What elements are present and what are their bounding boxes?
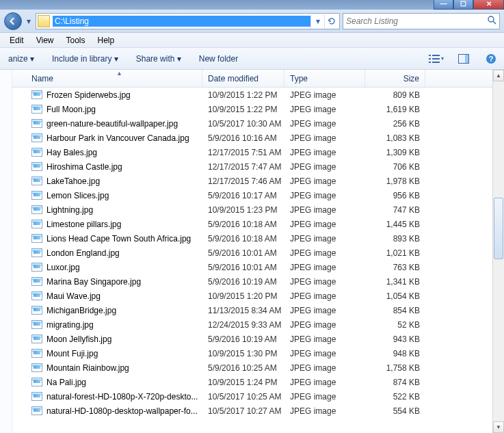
file-row[interactable]: Na Pali.jpg10/9/2015 1:24 PMJPEG image87… — [12, 375, 492, 389]
file-name: Lions Head Cape Town South Africa.jpg — [47, 234, 191, 244]
new-folder-button[interactable]: New folder — [196, 52, 241, 66]
file-row[interactable]: London England.jpg5/9/2016 10:01 AMJPEG … — [12, 246, 492, 260]
file-size: 1,619 KB — [365, 105, 425, 114]
change-view-button[interactable]: ▾ — [429, 51, 444, 66]
file-row[interactable]: Hay Bales.jpg12/17/2015 7:51 AMJPEG imag… — [12, 145, 492, 159]
address-dropdown[interactable]: ▾ — [310, 14, 324, 28]
share-with-button[interactable]: Share with ▾ — [133, 52, 184, 66]
file-size: 874 KB — [365, 378, 425, 387]
file-name: Luxor.jpg — [47, 263, 80, 272]
file-type: JPEG image — [284, 349, 365, 358]
file-name: Harbour Park in Vancouver Canada.jpg — [47, 133, 189, 143]
address-bar[interactable]: C:\Listing ▾ — [36, 13, 340, 29]
file-row[interactable]: Frozen Spiderwebs.jpg10/9/2015 1:22 PMJP… — [12, 88, 492, 102]
search-box[interactable] — [343, 13, 500, 29]
file-date: 5/9/2016 10:01 AM — [202, 263, 284, 272]
file-name: Maui Wave.jpg — [47, 291, 101, 301]
file-type: JPEG image — [284, 363, 365, 373]
column-type[interactable]: Type — [284, 70, 365, 87]
file-size: 763 KB — [365, 263, 425, 272]
svg-rect-4 — [429, 58, 431, 60]
file-type: JPEG image — [284, 277, 365, 287]
file-size: 1,054 KB — [365, 291, 425, 301]
preview-pane-button[interactable] — [456, 51, 471, 66]
address-path[interactable]: C:\Listing — [53, 16, 310, 27]
file-row[interactable]: Harbour Park in Vancouver Canada.jpg5/9/… — [12, 131, 492, 145]
file-size: 1,309 KB — [365, 148, 425, 157]
file-type: JPEG image — [284, 378, 365, 387]
file-date: 5/9/2016 10:19 AM — [202, 334, 284, 344]
back-button[interactable] — [4, 12, 22, 30]
file-date: 5/9/2016 10:19 AM — [202, 277, 284, 287]
svg-point-0 — [488, 16, 494, 22]
command-bar: anize ▾ Include in library ▾ Share with … — [0, 48, 504, 70]
svg-rect-3 — [432, 55, 440, 56]
file-row[interactable]: natural-forest-HD-1080p-X-720p-deskto...… — [12, 389, 492, 404]
minimize-button[interactable]: — — [434, 0, 453, 10]
file-name: Limestone pillars.jpg — [47, 220, 121, 229]
image-file-icon — [31, 248, 42, 257]
content-area: ▲ Name Date modified Type Size Frozen Sp… — [0, 70, 504, 433]
maximize-button[interactable]: ☐ — [453, 0, 473, 10]
image-file-icon — [31, 234, 42, 243]
file-date: 12/17/2015 7:47 AM — [202, 162, 284, 172]
close-button[interactable]: ✕ — [473, 0, 504, 10]
file-date: 10/9/2015 1:23 PM — [202, 205, 284, 215]
image-file-icon — [31, 306, 42, 315]
scroll-up-button[interactable]: ▲ — [493, 70, 504, 81]
refresh-button[interactable] — [324, 14, 338, 28]
help-button[interactable]: ? — [483, 51, 499, 66]
file-row[interactable]: Maui Wave.jpg10/9/2015 1:20 PMJPEG image… — [12, 289, 492, 303]
vertical-scrollbar[interactable]: ▲ ▼ — [492, 70, 504, 433]
file-row[interactable]: Moon Jellyfish.jpg5/9/2016 10:19 AMJPEG … — [12, 332, 492, 346]
arrow-left-icon — [9, 17, 17, 25]
file-row[interactable]: MichiganBridge.jpg11/13/2015 8:34 AMJPEG… — [12, 303, 492, 317]
file-row[interactable]: Full Moon.jpg10/9/2015 1:22 PMJPEG image… — [12, 102, 492, 116]
scroll-down-button[interactable]: ▼ — [493, 421, 504, 433]
file-row[interactable]: migrating.jpg12/24/2015 9:33 AMJPEG imag… — [12, 317, 492, 332]
file-name: natural-forest-HD-1080p-X-720p-deskto... — [47, 392, 198, 402]
file-date: 10/9/2015 1:22 PM — [202, 90, 284, 100]
file-row[interactable]: Lions Head Cape Town South Africa.jpg5/9… — [12, 231, 492, 246]
nav-pane-edge[interactable] — [0, 70, 12, 433]
menu-help[interactable]: Help — [92, 34, 120, 47]
file-type: JPEG image — [284, 334, 365, 344]
search-icon[interactable] — [487, 15, 496, 27]
image-file-icon — [31, 220, 42, 228]
file-date: 10/9/2015 1:22 PM — [202, 105, 284, 114]
file-date: 12/17/2015 7:46 AM — [202, 176, 284, 186]
file-row[interactable]: Limestone pillars.jpg5/9/2016 10:18 AMJP… — [12, 217, 492, 231]
window-controls: — ☐ ✕ — [434, 0, 504, 10]
image-file-icon — [31, 105, 42, 114]
file-row[interactable]: Marina Bay Singapore.jpg5/9/2016 10:19 A… — [12, 274, 492, 289]
organize-button[interactable]: anize ▾ — [5, 52, 37, 66]
column-date-modified[interactable]: Date modified — [202, 70, 284, 87]
include-in-library-button[interactable]: Include in library ▾ — [49, 52, 121, 66]
menu-view[interactable]: View — [31, 34, 59, 47]
nav-history-dropdown[interactable]: ▾ — [25, 14, 33, 28]
file-row[interactable]: Lightning.jpg10/9/2015 1:23 PMJPEG image… — [12, 202, 492, 217]
file-date: 5/9/2016 10:01 AM — [202, 248, 284, 258]
file-row[interactable]: Lemon Slices.jpg5/9/2016 10:17 AMJPEG im… — [12, 188, 492, 202]
scroll-thumb[interactable] — [494, 198, 503, 259]
file-row[interactable]: Luxor.jpg5/9/2016 10:01 AMJPEG image763 … — [12, 260, 492, 274]
file-type: JPEG image — [284, 105, 365, 114]
file-name: Marina Bay Singapore.jpg — [47, 277, 141, 287]
image-file-icon — [31, 363, 42, 372]
file-size: 1,445 KB — [365, 220, 425, 229]
column-size[interactable]: Size — [365, 70, 425, 87]
menu-tools[interactable]: Tools — [60, 34, 90, 47]
scroll-track[interactable] — [493, 81, 504, 421]
file-size: 706 KB — [365, 162, 425, 172]
file-row[interactable]: Mountain Riainbow.jpg5/9/2016 10:25 AMJP… — [12, 360, 492, 375]
column-name[interactable]: Name — [26, 70, 202, 87]
menu-edit[interactable]: Edit — [4, 34, 29, 47]
file-row[interactable]: Mount Fuji.jpg10/9/2015 1:30 PMJPEG imag… — [12, 346, 492, 360]
file-row[interactable]: LakeTahoe.jpg12/17/2015 7:46 AMJPEG imag… — [12, 174, 492, 188]
image-file-icon — [31, 320, 42, 329]
search-input[interactable] — [346, 16, 487, 26]
file-size: 893 KB — [365, 234, 425, 244]
file-row[interactable]: Hiroshima Castle.jpg12/17/2015 7:47 AMJP… — [12, 159, 492, 174]
file-row[interactable]: natural-HD-1080p-desktop-wallpaper-fo...… — [12, 404, 492, 418]
file-row[interactable]: green-nature-beautiful-wallpaper.jpg10/5… — [12, 116, 492, 131]
